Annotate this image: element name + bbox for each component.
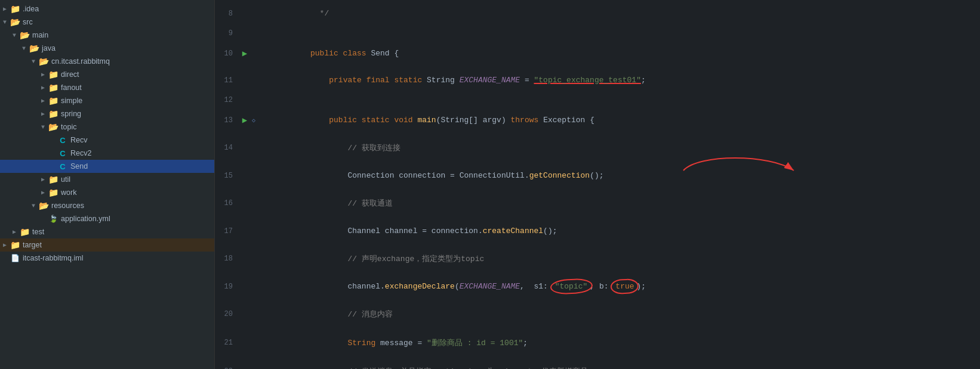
folder-icon: 📁	[10, 240, 20, 250]
folder-icon: 📁	[48, 82, 58, 93]
tree-label: application.yml	[61, 215, 110, 223]
tree-label: simple	[61, 97, 82, 105]
gutter	[238, 27, 252, 40]
arrow-icon: ▶	[38, 176, 48, 183]
tree-item-target[interactable]: ▶ 📁 target	[0, 238, 214, 252]
gutter: ▶	[238, 40, 252, 67]
tree-item-send[interactable]: C Send	[0, 160, 214, 173]
code-editor[interactable]: 8 */ 9 10 ▶ public class Send	[215, 0, 980, 369]
arrow-icon: ▼	[29, 203, 38, 209]
gutter	[238, 273, 252, 300]
gutter	[238, 244, 252, 273]
bookmark	[252, 0, 260, 27]
tree-item-application-yml[interactable]: 🍃 application.yml	[0, 212, 214, 225]
code-content: Connection connection = ConnectionUtil.g…	[260, 162, 980, 189]
bookmark	[252, 189, 260, 218]
file-tree[interactable]: ▶ 📁 .idea ▼ 📂 src ▼ 📂 main ▼ 📂 java ▼ 📂 …	[0, 0, 215, 369]
bookmark	[252, 134, 260, 162]
tree-label: spring	[61, 110, 81, 118]
arrow-icon: ▼	[0, 19, 10, 26]
code-content: // 声明exchange，指定类型为topic	[260, 244, 980, 273]
tree-item-src[interactable]: ▼ 📂 src	[0, 15, 214, 29]
java-class-icon: C	[57, 135, 68, 145]
code-line-18: 18 // 声明exchange，指定类型为topic	[215, 244, 980, 273]
folder-open-icon: 📂	[19, 30, 30, 41]
code-line-20: 20 // 消息内容	[215, 300, 980, 328]
line-number: 11	[215, 67, 238, 94]
code-content: // 获取通道	[260, 189, 980, 218]
folder-open-icon: 📂	[10, 17, 20, 27]
code-content: private final static String EXCHANGE_NAM…	[260, 67, 980, 94]
folder-icon: 📁	[48, 95, 58, 106]
tree-item-direct[interactable]: ▶ 📁 direct	[0, 68, 214, 81]
tree-label: util	[61, 175, 70, 184]
tree-label: fanout	[61, 83, 82, 92]
folder-icon: 📁	[48, 174, 58, 185]
tree-item-idea[interactable]: ▶ 📁 .idea	[0, 2, 214, 15]
bookmark	[252, 162, 260, 189]
gutter	[238, 67, 252, 94]
gutter	[238, 328, 252, 357]
tree-item-iml[interactable]: 📄 itcast-rabbitmq.iml	[0, 252, 214, 265]
code-line-16: 16 // 获取通道	[215, 189, 980, 218]
line-number: 16	[215, 189, 238, 218]
folder-open-icon: 📂	[38, 200, 49, 211]
code-content: channel.exchangeDeclare(EXCHANGE_NAME, s…	[260, 273, 980, 300]
tree-item-java[interactable]: ▼ 📂 java	[0, 42, 214, 55]
code-line-22: 22 // 发送消息，并且指定routing key 为: insert ,代表…	[215, 357, 980, 369]
tree-item-cn-itcast-rabbitmq[interactable]: ▼ 📂 cn.itcast.rabbitmq	[0, 55, 214, 68]
line-number: 12	[215, 94, 238, 107]
tree-label: Send	[70, 162, 88, 170]
line-number: 14	[215, 134, 238, 162]
line-number: 22	[215, 357, 238, 369]
arrow-icon: ▼	[38, 124, 48, 131]
line-number: 17	[215, 218, 238, 244]
tree-item-fanout[interactable]: ▶ 📁 fanout	[0, 81, 214, 94]
code-line-15: 15 Connection connection = ConnectionUti…	[215, 162, 980, 189]
tree-label: main	[32, 31, 48, 39]
code-content: Channel channel = connection.createChann…	[260, 218, 980, 244]
code-content: // 发送消息，并且指定routing key 为: insert ,代表新增商…	[260, 357, 980, 369]
arrow-icon: ▶	[10, 228, 19, 235]
folder-icon: 📁	[48, 187, 58, 198]
folder-icon: 📁	[10, 4, 20, 14]
bookmark	[252, 27, 260, 40]
tree-item-test[interactable]: ▶ 📁 test	[0, 225, 214, 238]
bookmark	[252, 273, 260, 300]
bookmark	[252, 94, 260, 107]
code-line-13: 13 ▶ ◇ public static void main(String[] …	[215, 107, 980, 134]
code-lines-table: 8 */ 9 10 ▶ public class Send	[215, 0, 980, 369]
iml-icon: 📄	[10, 253, 20, 263]
tree-label: src	[23, 18, 33, 26]
line-number: 21	[215, 328, 238, 357]
gutter	[238, 94, 252, 107]
gutter: ▶	[238, 107, 252, 134]
arrow-icon: ▶	[0, 241, 10, 249]
tree-item-spring[interactable]: ▶ 📁 spring	[0, 107, 214, 120]
tree-item-topic[interactable]: ▼ 📂 topic	[0, 120, 214, 134]
bookmark	[252, 218, 260, 244]
bookmark	[252, 40, 260, 67]
gutter	[238, 0, 252, 27]
tree-item-resources[interactable]: ▼ 📂 resources	[0, 199, 214, 212]
tree-item-util[interactable]: ▶ 📁 util	[0, 173, 214, 186]
arrow-icon: ▼	[29, 58, 38, 65]
tree-item-simple[interactable]: ▶ 📁 simple	[0, 94, 214, 107]
arrow-icon: ▼	[19, 45, 29, 52]
tree-label: Recv	[70, 136, 87, 144]
tree-item-recv2[interactable]: C Recv2	[0, 147, 214, 160]
arrow-icon: ▶	[38, 97, 48, 104]
run-arrow-icon: ▶	[242, 116, 247, 125]
code-content: // 消息内容	[260, 300, 980, 328]
code-line-21: 21 String message = "删除商品 : id = 1001";	[215, 328, 980, 357]
tree-item-recv[interactable]: C Recv	[0, 134, 214, 147]
tree-item-work[interactable]: ▶ 📁 work	[0, 186, 214, 199]
folder-open-icon: 📂	[29, 43, 39, 54]
gutter	[238, 300, 252, 328]
code-line-11: 11 private final static String EXCHANGE_…	[215, 67, 980, 94]
tree-item-main[interactable]: ▼ 📂 main	[0, 29, 214, 42]
tree-label: .idea	[23, 5, 39, 13]
line-number: 15	[215, 162, 238, 189]
run-arrow-icon: ▶	[242, 49, 247, 58]
code-content	[260, 27, 980, 40]
